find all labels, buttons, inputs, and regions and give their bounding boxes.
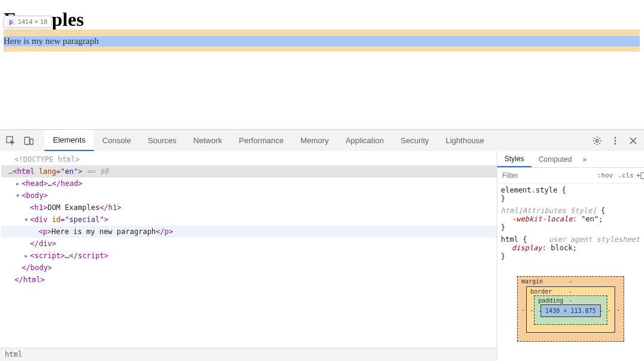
svg-point-3 [596, 139, 598, 141]
gear-icon[interactable] [590, 134, 604, 148]
tab-memory[interactable]: Memory [292, 130, 337, 151]
dom-body-open[interactable]: ▾<body> [1, 190, 497, 202]
tab-console[interactable]: Console [94, 130, 140, 151]
tab-elements[interactable]: Elements [44, 130, 94, 151]
dom-div-close[interactable]: </div> [1, 238, 497, 250]
toggle-sidebar-icon[interactable] [640, 172, 644, 179]
breadcrumb[interactable]: html [0, 348, 497, 361]
inspect-icon[interactable] [4, 134, 18, 148]
cls-toggle[interactable]: .cls [616, 171, 637, 179]
dom-doctype[interactable]: <!DOCTYPE html> [1, 153, 497, 165]
svg-point-5 [615, 140, 616, 141]
box-model[interactable]: margin - - - border - - - padding - - - … [517, 276, 624, 342]
devtools-body: <!DOCTYPE html> …<html lang="en"> == $0 … [0, 151, 644, 361]
styles-filter-input[interactable] [500, 171, 595, 180]
svg-rect-1 [25, 137, 29, 144]
rule-element-style[interactable]: element.style { } [501, 186, 640, 203]
inspect-tooltip: p 1414 × 18 [4, 16, 52, 28]
dom-div-open[interactable]: ▾<div id="special"> [1, 214, 497, 226]
devtools-toolbar: Elements Console Sources Network Perform… [0, 129, 644, 151]
inspect-tag-name: p [7, 18, 16, 26]
tab-security[interactable]: Security [392, 130, 437, 151]
dom-head[interactable]: ▸<head>…</head> [1, 177, 497, 190]
styles-tab-computed[interactable]: Computed [532, 151, 579, 167]
inspect-dimensions: 1414 × 18 [18, 18, 48, 25]
tab-sources[interactable]: Sources [140, 130, 185, 151]
tab-performance[interactable]: Performance [230, 130, 292, 151]
bm-padding-label: padding [538, 297, 563, 304]
bm-content: 1430 × 113.875 [541, 304, 601, 317]
svg-point-6 [615, 143, 616, 144]
add-rule-icon[interactable]: + [636, 171, 640, 180]
hov-toggle[interactable]: :hov [595, 171, 616, 179]
dom-html[interactable]: …<html lang="en"> == $0 [1, 165, 497, 177]
tab-lighthouse[interactable]: Lighthouse [437, 130, 492, 151]
styles-panel: Styles Computed » :hov .cls + element.st… [497, 151, 644, 361]
css-rules[interactable]: element.style { } html[Attributes Style]… [497, 184, 644, 267]
page-preview: Here is my new paragraph Examples p 1414… [0, 0, 644, 129]
device-toggle-icon[interactable] [22, 134, 36, 148]
svg-rect-2 [30, 139, 33, 144]
styles-tab-styles[interactable]: Styles [497, 151, 532, 167]
dom-h1[interactable]: <h1>DOM Examples</h1> [1, 202, 497, 214]
styles-tabs-more-icon[interactable]: » [579, 155, 590, 164]
svg-point-4 [615, 137, 616, 138]
dom-body-close[interactable]: </body> [1, 262, 497, 274]
bm-border-label: border [530, 288, 552, 295]
dom-tree-panel[interactable]: <!DOCTYPE html> …<html lang="en"> == $0 … [0, 151, 497, 361]
dom-p[interactable]: <p>Here is my new paragraph</p> [1, 226, 497, 238]
svg-rect-7 [641, 173, 644, 179]
rule-html-attr[interactable]: html[Attributes Style] { -webkit-locale:… [501, 206, 640, 232]
styles-tabs: Styles Computed » [497, 151, 644, 168]
bm-margin-label: margin [521, 278, 543, 285]
tab-network[interactable]: Network [185, 130, 231, 151]
kebab-icon[interactable] [608, 134, 622, 148]
devtools-tabs: Elements Console Sources Network Perform… [44, 130, 492, 151]
page-heading: Examples [4, 8, 644, 31]
rule-html-ua[interactable]: html { user agent stylesheet display: bl… [501, 235, 640, 261]
close-icon[interactable] [626, 134, 640, 148]
styles-filter-row: :hov .cls + [497, 168, 644, 184]
dom-script[interactable]: ▸<script>…</script> [1, 250, 497, 262]
tab-application[interactable]: Application [337, 130, 393, 151]
paragraph-highlight: Here is my new paragraph [4, 36, 640, 46]
dom-html-close[interactable]: </html> [1, 274, 497, 286]
